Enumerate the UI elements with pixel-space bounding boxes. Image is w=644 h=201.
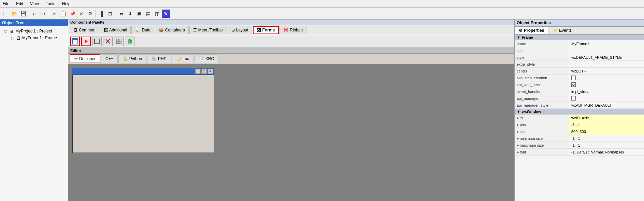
toolbar-expand-h[interactable]: ⬌	[117, 10, 126, 18]
props-row-min-size: ▶ minimum size -1; -1	[515, 135, 644, 142]
tree-item-frame[interactable]: ▷ 🗒 MyFrame1 : Frame	[8, 35, 67, 41]
data-tab-label: Data	[142, 28, 150, 32]
props-value-id[interactable]: wxID_ANY	[569, 115, 644, 121]
props-value-aui-managed[interactable]	[569, 95, 644, 102]
props-row-id: ▶ id wxID_ANY	[515, 115, 644, 121]
menu-edit[interactable]: Edit	[15, 1, 25, 7]
props-value-max-size[interactable]: -1; -1	[569, 142, 644, 148]
component-grid-btn[interactable]	[114, 37, 124, 46]
toolbar-paste[interactable]: 📌	[68, 10, 76, 18]
project-icon: ▽	[3, 28, 8, 34]
checkbox-two-step[interactable]	[571, 76, 576, 80]
id-label-text: id	[520, 116, 523, 120]
toolbar-cut[interactable]: ✂	[51, 10, 59, 18]
component-dragon-btn[interactable]: 🐉	[125, 37, 134, 46]
props-value-aui-manager-style[interactable]: wxAUI_MGR_DEFAULT	[569, 102, 644, 108]
font-expand-icon[interactable]: ▶	[517, 150, 519, 154]
containers-tab-label: Containers	[165, 28, 185, 32]
toolbar-open[interactable]: 📂	[10, 10, 18, 18]
right-panel: Component Palette 🖼 Common 🖼 Additional …	[68, 19, 514, 201]
props-value-font[interactable]: -1; Default; Normal; Normal; No	[569, 149, 644, 155]
palette-tab-data[interactable]: 📊 Data	[131, 26, 154, 34]
toolbar-fit[interactable]: ▣	[135, 10, 143, 18]
additional-tab-icon: 🖼	[104, 28, 108, 32]
editor-tab-python[interactable]: 🐍 Python	[118, 54, 146, 63]
component-arrow-btn[interactable]	[81, 37, 91, 46]
props-value-style[interactable]: wxDEFAULT_FRAME_STYLE	[569, 54, 644, 61]
editor-tab-lua[interactable]: 🌙 Lua	[172, 54, 194, 63]
checkbox-xrc-skip[interactable]	[571, 82, 576, 87]
props-value-event-handler[interactable]: impl_virtual	[569, 88, 644, 95]
toolbar-copy[interactable]: 📋	[59, 10, 68, 18]
props-value-pos[interactable]: -1; -1	[569, 121, 644, 128]
toolbar-align-right[interactable]: ⊡	[106, 10, 114, 18]
component-panel-btn[interactable]	[92, 37, 102, 46]
pos-expand-icon[interactable]: ▶	[517, 123, 519, 126]
toolbar-redo[interactable]: ↪	[39, 10, 47, 18]
frame-close-btn[interactable]: ✕	[207, 69, 213, 74]
min-size-expand-icon[interactable]: ▶	[517, 137, 519, 140]
palette-tab-common[interactable]: 🖼 Common	[70, 26, 99, 34]
props-value-name[interactable]: MyFrame1	[569, 40, 644, 47]
toolbar-sep-4	[116, 10, 116, 17]
frame-maximize-btn[interactable]: □	[201, 69, 207, 74]
component-frame-btn[interactable]	[70, 37, 80, 46]
props-value-two-step[interactable]	[569, 75, 644, 81]
toolbar-settings[interactable]: ⚙	[86, 10, 94, 18]
xrc-tab-icon: 📝	[199, 56, 204, 61]
layout-tab-icon: ⊞	[231, 28, 235, 32]
size-expand-icon[interactable]: ▶	[517, 130, 519, 133]
props-tab-events[interactable]: ⚡ Events	[548, 27, 576, 34]
menu-tab-icon: ☰	[193, 28, 197, 32]
props-tab-events-label: Events	[559, 28, 572, 33]
props-row-xrc-skip: xrc_skip_sizer	[515, 81, 644, 88]
wxwindow-section-expand[interactable]: ▼	[517, 109, 520, 113]
props-value-title[interactable]	[569, 47, 644, 54]
editor-tab-xrc[interactable]: 📝 XRC	[195, 54, 218, 63]
palette-tabs: 🖼 Common 🖼 Additional 📊 Data 📦 Container…	[68, 25, 514, 35]
toolbar-delete[interactable]: ✕	[77, 10, 85, 18]
props-value-size[interactable]: 500; 300	[569, 128, 644, 135]
props-value-center[interactable]: wxBOTH	[569, 68, 644, 74]
toolbar-new[interactable]: 📄	[1, 10, 10, 18]
svg-rect-1	[72, 39, 78, 40]
props-tab-properties[interactable]: ⚙ Properties	[515, 27, 548, 34]
menu-help[interactable]: Help	[61, 1, 72, 7]
tree-item-project[interactable]: ▽ 🖥 MyProject1 : Project	[1, 28, 67, 35]
editor-tab-designer[interactable]: ✏ Designer	[70, 54, 100, 63]
palette-tab-additional[interactable]: 🖼 Additional	[100, 26, 131, 34]
props-row-pos: ▶ pos -1; -1	[515, 121, 644, 128]
max-size-expand-icon[interactable]: ▶	[517, 144, 519, 147]
palette-tab-layout[interactable]: ⊞ Layout	[228, 26, 252, 34]
menu-file[interactable]: File	[1, 1, 11, 7]
editor-tab-php[interactable]: 🐘 PHP	[147, 54, 171, 63]
props-row-aui-manager-style: aui_manager_style wxAUI_MGR_DEFAULT	[515, 102, 644, 109]
palette-tab-forms[interactable]: 🖼 Forms	[253, 26, 279, 34]
menu-view[interactable]: View	[29, 1, 40, 7]
frame-minimize-btn[interactable]: _	[195, 69, 201, 74]
palette-tab-containers[interactable]: 📦 Containers	[155, 26, 189, 34]
props-label-min-size: ▶ minimum size	[515, 135, 569, 142]
props-label-event-handler: event_handler	[515, 88, 569, 95]
toolbar-fit2[interactable]: ▤	[144, 10, 152, 18]
frame-section-expand[interactable]: ▼	[517, 35, 520, 39]
checkbox-aui-managed[interactable]	[571, 96, 576, 100]
toolbar-view[interactable]: W	[162, 10, 170, 18]
props-value-min-size[interactable]: -1; -1	[569, 135, 644, 142]
props-value-extra-style[interactable]	[569, 61, 644, 67]
palette-tab-ribbon[interactable]: 🎀 Ribbon	[280, 26, 306, 34]
toolbar-save[interactable]: 💾	[19, 10, 27, 18]
component-close-btn[interactable]	[103, 37, 113, 46]
props-value-xrc-skip[interactable]	[569, 81, 644, 88]
toolbar-center[interactable]: ▥	[153, 10, 161, 18]
id-expand-icon[interactable]: ▶	[517, 116, 519, 120]
font-label-text: font	[520, 150, 526, 154]
toolbar-align-left[interactable]: ▐	[97, 10, 105, 18]
toolbar-undo[interactable]: ↩	[30, 10, 39, 18]
frame-titlebar: _ □ ✕	[72, 68, 214, 75]
toolbar-sep-2	[49, 10, 49, 17]
palette-tab-menu-toolbar[interactable]: ☰ Menu/Toolbar	[189, 26, 227, 34]
menu-tools[interactable]: Tools	[44, 1, 57, 7]
toolbar-expand-v[interactable]: ⬍	[126, 10, 134, 18]
editor-tab-cpp[interactable]: C++	[101, 54, 118, 63]
